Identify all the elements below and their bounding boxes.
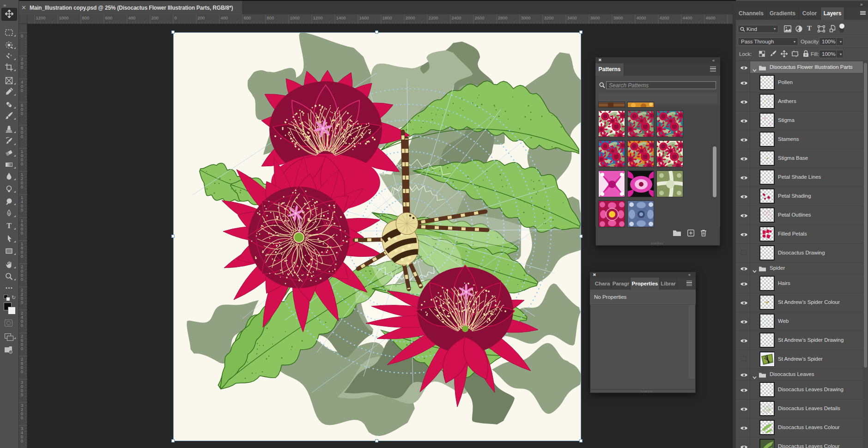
svg-text:2400: 2400 bbox=[452, 15, 461, 20]
svg-text:3200: 3200 bbox=[544, 15, 554, 20]
svg-text:0: 0 bbox=[21, 208, 23, 212]
svg-text:0: 0 bbox=[21, 65, 23, 70]
svg-text:0: 0 bbox=[21, 277, 23, 282]
svg-text:3000: 3000 bbox=[521, 15, 531, 20]
svg-text:1800: 1800 bbox=[382, 15, 392, 20]
svg-text:3600: 3600 bbox=[590, 15, 600, 20]
svg-text:0: 0 bbox=[21, 185, 23, 189]
svg-text:1200: 1200 bbox=[313, 15, 323, 20]
svg-text:0: 0 bbox=[21, 416, 23, 420]
svg-text:1000: 1000 bbox=[290, 15, 300, 20]
svg-text:2200: 2200 bbox=[429, 15, 438, 20]
svg-text:2600: 2600 bbox=[475, 15, 485, 20]
svg-text:2000: 2000 bbox=[406, 15, 415, 20]
svg-text:400: 400 bbox=[221, 15, 228, 20]
svg-text:0: 0 bbox=[21, 231, 23, 236]
svg-text:4200: 4200 bbox=[660, 15, 669, 20]
svg-text:0: 0 bbox=[175, 15, 177, 20]
svg-text:0: 0 bbox=[21, 323, 23, 328]
svg-text:3800: 3800 bbox=[613, 15, 623, 20]
svg-text:200: 200 bbox=[152, 15, 159, 20]
svg-text:1000: 1000 bbox=[59, 15, 69, 20]
svg-text:800: 800 bbox=[82, 15, 90, 20]
svg-text:600: 600 bbox=[105, 15, 113, 20]
svg-text:0: 0 bbox=[21, 111, 23, 116]
svg-text:0: 0 bbox=[21, 346, 23, 351]
svg-text:0: 0 bbox=[21, 439, 23, 443]
svg-text:400: 400 bbox=[128, 15, 136, 20]
svg-text:0: 0 bbox=[21, 88, 23, 93]
svg-text:1200: 1200 bbox=[36, 15, 46, 20]
svg-text:T: T bbox=[6, 222, 12, 230]
svg-text:200: 200 bbox=[198, 15, 205, 20]
svg-text:4600: 4600 bbox=[706, 15, 716, 20]
svg-text:0: 0 bbox=[21, 300, 23, 305]
svg-text:0: 0 bbox=[21, 254, 23, 259]
svg-text:1400: 1400 bbox=[336, 15, 346, 20]
svg-text:0: 0 bbox=[21, 369, 23, 374]
svg-text:800: 800 bbox=[267, 15, 274, 20]
svg-text:4000: 4000 bbox=[637, 15, 646, 20]
svg-text:0: 0 bbox=[21, 34, 23, 38]
svg-text:0: 0 bbox=[21, 162, 23, 166]
svg-text:0: 0 bbox=[21, 134, 23, 139]
svg-text:4400: 4400 bbox=[683, 15, 692, 20]
svg-text:2800: 2800 bbox=[498, 15, 508, 20]
svg-text:0: 0 bbox=[21, 393, 23, 397]
svg-text:1600: 1600 bbox=[359, 15, 369, 20]
svg-text:600: 600 bbox=[244, 15, 251, 20]
svg-text:3400: 3400 bbox=[567, 15, 577, 20]
